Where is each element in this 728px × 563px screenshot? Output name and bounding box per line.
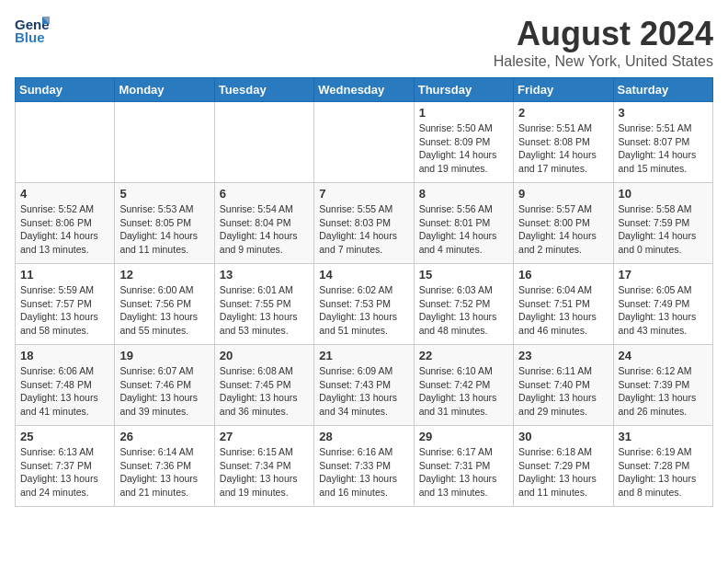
day-number: 18 [20, 349, 109, 362]
day-number: 8 [419, 187, 508, 201]
day-info: Sunrise: 6:13 AM Sunset: 7:37 PM Dayligh… [20, 445, 109, 500]
calendar-cell: 13Sunrise: 6:01 AM Sunset: 7:55 PM Dayli… [214, 264, 313, 345]
calendar-cell: 26Sunrise: 6:14 AM Sunset: 7:36 PM Dayli… [115, 426, 214, 507]
calendar-cell: 6Sunrise: 5:54 AM Sunset: 8:04 PM Daylig… [214, 183, 313, 264]
day-info: Sunrise: 5:57 AM Sunset: 8:00 PM Dayligh… [518, 202, 608, 257]
day-number: 1 [419, 106, 508, 120]
day-number: 3 [619, 106, 708, 120]
day-number: 11 [20, 268, 109, 282]
day-info: Sunrise: 5:54 AM Sunset: 8:04 PM Dayligh… [220, 202, 309, 257]
day-info: Sunrise: 6:14 AM Sunset: 7:36 PM Dayligh… [119, 445, 209, 500]
day-info: Sunrise: 6:02 AM Sunset: 7:53 PM Dayligh… [319, 283, 408, 338]
day-number: 7 [319, 187, 408, 201]
calendar-cell [115, 102, 214, 183]
day-number: 5 [119, 187, 209, 201]
calendar-subtitle: Halesite, New York, United States [494, 53, 713, 70]
day-number: 21 [319, 349, 408, 362]
day-info: Sunrise: 5:53 AM Sunset: 8:05 PM Dayligh… [119, 202, 209, 257]
day-number: 2 [518, 106, 608, 120]
day-info: Sunrise: 6:07 AM Sunset: 7:46 PM Dayligh… [119, 364, 209, 419]
day-info: Sunrise: 6:15 AM Sunset: 7:34 PM Dayligh… [220, 445, 309, 500]
calendar-cell: 31Sunrise: 6:19 AM Sunset: 7:28 PM Dayli… [613, 426, 712, 507]
calendar-cell: 4Sunrise: 5:52 AM Sunset: 8:06 PM Daylig… [16, 183, 115, 264]
calendar-cell: 29Sunrise: 6:17 AM Sunset: 7:31 PM Dayli… [414, 426, 513, 507]
calendar-cell: 9Sunrise: 5:57 AM Sunset: 8:00 PM Daylig… [514, 183, 613, 264]
day-number: 29 [419, 430, 508, 443]
calendar-cell: 2Sunrise: 5:51 AM Sunset: 8:08 PM Daylig… [514, 102, 613, 183]
calendar-cell: 30Sunrise: 6:18 AM Sunset: 7:29 PM Dayli… [514, 426, 613, 507]
calendar-cell: 17Sunrise: 6:05 AM Sunset: 7:49 PM Dayli… [613, 264, 712, 345]
weekday-header-sunday: Sunday [16, 78, 115, 102]
day-number: 15 [419, 268, 508, 282]
day-info: Sunrise: 5:55 AM Sunset: 8:03 PM Dayligh… [319, 202, 408, 257]
day-info: Sunrise: 5:59 AM Sunset: 7:57 PM Dayligh… [20, 283, 109, 338]
calendar-cell: 1Sunrise: 5:50 AM Sunset: 8:09 PM Daylig… [414, 102, 513, 183]
svg-text:Blue: Blue [15, 29, 45, 44]
day-info: Sunrise: 5:58 AM Sunset: 7:59 PM Dayligh… [619, 202, 708, 257]
weekday-header-saturday: Saturday [613, 78, 712, 102]
day-info: Sunrise: 6:19 AM Sunset: 7:28 PM Dayligh… [619, 445, 708, 500]
day-info: Sunrise: 5:51 AM Sunset: 8:08 PM Dayligh… [518, 121, 608, 176]
week-row-1: 1Sunrise: 5:50 AM Sunset: 8:09 PM Daylig… [16, 102, 713, 183]
calendar-title: August 2024 [494, 15, 713, 53]
calendar-cell: 27Sunrise: 6:15 AM Sunset: 7:34 PM Dayli… [214, 426, 313, 507]
day-number: 28 [319, 430, 408, 443]
calendar-cell: 8Sunrise: 5:56 AM Sunset: 8:01 PM Daylig… [414, 183, 513, 264]
day-number: 26 [119, 430, 209, 443]
day-info: Sunrise: 6:17 AM Sunset: 7:31 PM Dayligh… [419, 445, 508, 500]
calendar-cell: 22Sunrise: 6:10 AM Sunset: 7:42 PM Dayli… [414, 345, 513, 426]
page-header: General Blue August 2024 Halesite, New Y… [15, 15, 713, 70]
day-number: 17 [619, 268, 708, 282]
day-number: 25 [20, 430, 109, 443]
day-number: 10 [619, 187, 708, 201]
day-number: 20 [220, 349, 309, 362]
day-info: Sunrise: 6:16 AM Sunset: 7:33 PM Dayligh… [319, 445, 408, 500]
weekday-header-wednesday: Wednesday [314, 78, 414, 102]
day-number: 24 [619, 349, 708, 362]
calendar-cell: 20Sunrise: 6:08 AM Sunset: 7:45 PM Dayli… [214, 345, 313, 426]
calendar-cell: 3Sunrise: 5:51 AM Sunset: 8:07 PM Daylig… [613, 102, 712, 183]
calendar-cell: 5Sunrise: 5:53 AM Sunset: 8:05 PM Daylig… [115, 183, 214, 264]
day-info: Sunrise: 6:18 AM Sunset: 7:29 PM Dayligh… [518, 445, 608, 500]
calendar-cell: 11Sunrise: 5:59 AM Sunset: 7:57 PM Dayli… [16, 264, 115, 345]
weekday-header-monday: Monday [115, 78, 214, 102]
week-row-4: 18Sunrise: 6:06 AM Sunset: 7:48 PM Dayli… [16, 345, 713, 426]
weekday-header-thursday: Thursday [414, 78, 513, 102]
weekday-header-friday: Friday [514, 78, 613, 102]
day-info: Sunrise: 6:01 AM Sunset: 7:55 PM Dayligh… [220, 283, 309, 338]
day-info: Sunrise: 6:11 AM Sunset: 7:40 PM Dayligh… [518, 364, 608, 419]
day-number: 23 [518, 349, 608, 362]
calendar-table: SundayMondayTuesdayWednesdayThursdayFrid… [15, 77, 713, 507]
calendar-cell: 14Sunrise: 6:02 AM Sunset: 7:53 PM Dayli… [314, 264, 414, 345]
calendar-cell: 19Sunrise: 6:07 AM Sunset: 7:46 PM Dayli… [115, 345, 214, 426]
day-info: Sunrise: 6:03 AM Sunset: 7:52 PM Dayligh… [419, 283, 508, 338]
day-number: 14 [319, 268, 408, 282]
day-info: Sunrise: 6:12 AM Sunset: 7:39 PM Dayligh… [619, 364, 708, 419]
day-number: 4 [20, 187, 109, 201]
day-number: 22 [419, 349, 508, 362]
day-info: Sunrise: 5:50 AM Sunset: 8:09 PM Dayligh… [419, 121, 508, 176]
day-info: Sunrise: 6:04 AM Sunset: 7:51 PM Dayligh… [518, 283, 608, 338]
weekday-header-tuesday: Tuesday [214, 78, 313, 102]
calendar-cell: 10Sunrise: 5:58 AM Sunset: 7:59 PM Dayli… [613, 183, 712, 264]
calendar-cell [214, 102, 313, 183]
day-number: 27 [220, 430, 309, 443]
day-number: 13 [220, 268, 309, 282]
day-info: Sunrise: 6:05 AM Sunset: 7:49 PM Dayligh… [619, 283, 708, 338]
week-row-2: 4Sunrise: 5:52 AM Sunset: 8:06 PM Daylig… [16, 183, 713, 264]
day-number: 19 [119, 349, 209, 362]
calendar-cell: 16Sunrise: 6:04 AM Sunset: 7:51 PM Dayli… [514, 264, 613, 345]
logo: General Blue [15, 15, 53, 48]
day-number: 16 [518, 268, 608, 282]
week-row-5: 25Sunrise: 6:13 AM Sunset: 7:37 PM Dayli… [16, 426, 713, 507]
weekday-header-row: SundayMondayTuesdayWednesdayThursdayFrid… [16, 78, 713, 102]
calendar-cell: 24Sunrise: 6:12 AM Sunset: 7:39 PM Dayli… [613, 345, 712, 426]
day-number: 9 [518, 187, 608, 201]
day-info: Sunrise: 6:06 AM Sunset: 7:48 PM Dayligh… [20, 364, 109, 419]
week-row-3: 11Sunrise: 5:59 AM Sunset: 7:57 PM Dayli… [16, 264, 713, 345]
calendar-cell: 15Sunrise: 6:03 AM Sunset: 7:52 PM Dayli… [414, 264, 513, 345]
day-info: Sunrise: 6:09 AM Sunset: 7:43 PM Dayligh… [319, 364, 408, 419]
day-info: Sunrise: 6:10 AM Sunset: 7:42 PM Dayligh… [419, 364, 508, 419]
calendar-cell: 21Sunrise: 6:09 AM Sunset: 7:43 PM Dayli… [314, 345, 414, 426]
title-area: August 2024 Halesite, New York, United S… [494, 15, 713, 70]
